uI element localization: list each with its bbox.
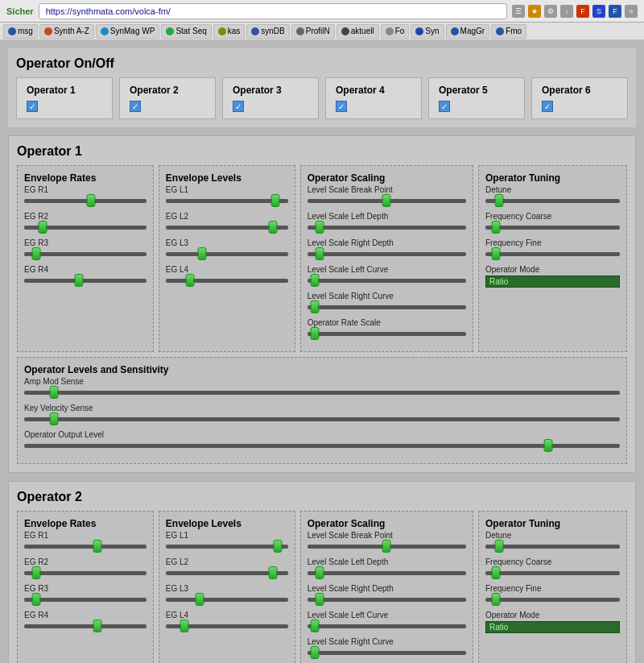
op1-er-r1-track[interactable] <box>24 196 147 205</box>
onoff-op2-checkbox[interactable] <box>130 101 141 112</box>
op1-sens-ol-label: Operator Output Level <box>24 430 620 439</box>
op1-sensitivity: Operator Levels and Sensitivity Amp Mod … <box>17 357 627 464</box>
bookmark-synth[interactable]: Synth A-Z <box>39 24 94 39</box>
op1-os-rc-row: Level Scale Right Curve <box>308 292 466 312</box>
op2-ot-detune-track[interactable] <box>485 541 620 551</box>
op2-el-l1-track[interactable] <box>166 541 288 551</box>
op2-el-l2-track[interactable] <box>166 568 288 578</box>
op1-os-rs-track[interactable] <box>308 329 466 338</box>
op2-er-r3-track[interactable] <box>24 595 147 604</box>
op1-sens-kv-label: Key Velocity Sense <box>24 404 620 412</box>
op1-ot-ff-track[interactable] <box>485 249 620 259</box>
op1-er-r3-track[interactable] <box>24 249 147 259</box>
op1-os-bp-track[interactable] <box>308 196 466 205</box>
op1-er-r2-row: EG R2 <box>24 212 147 232</box>
op1-ot-fc-track[interactable] <box>485 222 620 232</box>
onoff-op1-label: Operator 1 <box>27 85 102 96</box>
onoff-op5-checkbox[interactable] <box>439 101 450 112</box>
ext3-icon[interactable]: F <box>609 5 621 18</box>
onoff-op6-checkbox[interactable] <box>542 101 553 112</box>
op1-el-l1-track[interactable] <box>166 196 288 205</box>
op2-er-r1-track[interactable] <box>24 541 147 551</box>
bookmark-syndb[interactable]: synDB <box>246 24 289 39</box>
op1-os-rs-label: Operator Rate Scale <box>308 318 466 327</box>
bookmark-syn[interactable]: Syn <box>411 24 444 39</box>
op2-os-lc-track[interactable] <box>308 621 466 631</box>
op1-os-ld-track[interactable] <box>308 222 466 232</box>
op2-mode-select[interactable]: Ratio Fixed <box>485 621 620 633</box>
op2-title: Operator 2 <box>17 490 627 504</box>
op1-el-title: Envelope Levels <box>166 172 288 184</box>
star-icon[interactable]: ★ <box>528 5 541 18</box>
bookmark-synmag[interactable]: SynMag WP <box>96 24 160 39</box>
op2-os-lc-row: Level Scale Left Curve <box>308 611 466 631</box>
op2-os-ld-track[interactable] <box>308 568 466 578</box>
ext2-icon[interactable]: S <box>592 5 605 18</box>
menu-icon[interactable]: ☰ <box>512 5 525 18</box>
op1-sens-amp-track[interactable] <box>24 387 620 397</box>
op1-sens-title: Operator Levels and Sensitivity <box>24 364 620 375</box>
url-bar[interactable]: https://synthmata.com/volca-fm/ <box>39 3 507 19</box>
op2-os-rc-label: Level Scale Right Curve <box>308 637 466 646</box>
op1-el-l3-track[interactable] <box>166 249 288 259</box>
onoff-op5: Operator 5 <box>428 77 525 119</box>
op2-ot-fc-label: Frequency Coarse <box>485 557 620 566</box>
op1-sens-kv-track[interactable] <box>24 414 620 424</box>
bookmark-msg[interactable]: msg <box>3 24 38 39</box>
op1-ot-mode-row: Operator Mode Ratio Fixed <box>485 265 620 288</box>
bookmark-fmo[interactable]: Fmo <box>491 24 526 39</box>
op2-os-bp-label: Level Scale Break Point <box>308 531 466 540</box>
op2-os-rc-row: Level Scale Right Curve <box>308 637 466 657</box>
op2-er-r2-track[interactable] <box>24 568 147 578</box>
op1-er-r4-track[interactable] <box>24 276 147 285</box>
bookmark-maggr[interactable]: MagGr <box>446 24 490 39</box>
operator2-section: Operator 2 Envelope Rates EG R1 EG R2 <box>8 481 636 663</box>
ext1-icon[interactable]: F <box>576 5 589 18</box>
op2-ot-title: Operator Tuning <box>485 518 620 529</box>
bookmark-profiln[interactable]: ProfilN <box>291 24 335 39</box>
bookmark-kas[interactable]: kas <box>213 24 246 39</box>
download-icon[interactable]: ↓ <box>560 5 573 18</box>
more-icon[interactable]: » <box>625 5 638 18</box>
bookmark-fo[interactable]: Fo <box>381 24 410 39</box>
op1-er-r2-track[interactable] <box>24 222 147 232</box>
bookmarks-bar: msg Synth A-Z SynMag WP Stat Seq kas syn… <box>0 23 644 40</box>
onoff-op4-checkbox[interactable] <box>336 101 347 112</box>
op1-os-rd-track[interactable] <box>308 249 466 259</box>
main-content: Operator On/Off Operator 1 Operator 2 Op… <box>0 40 644 663</box>
op1-sens-ol-row: Operator Output Level <box>24 430 620 450</box>
op1-sens-ol-track[interactable] <box>24 441 620 450</box>
op2-el-l4-track[interactable] <box>166 621 288 631</box>
op1-panels: Envelope Rates EG R1 EG R2 EG R3 <box>17 165 627 352</box>
onoff-op1-checkbox[interactable] <box>27 101 38 112</box>
op1-os-lc-track[interactable] <box>308 276 466 285</box>
op1-ot-ff-row: Frequency Fine <box>485 238 620 259</box>
op1-el-l4-track[interactable] <box>166 276 288 285</box>
op1-er-title: Envelope Rates <box>24 172 147 184</box>
op2-ot-fc-track[interactable] <box>485 568 620 578</box>
bookmark-statseq[interactable]: Stat Seq <box>161 24 211 39</box>
op2-os-rd-track[interactable] <box>308 595 466 604</box>
op1-el-l2-track[interactable] <box>166 222 288 232</box>
onoff-op2-label: Operator 2 <box>130 85 205 96</box>
op2-os-bp-track[interactable] <box>308 541 466 551</box>
op1-mode-select[interactable]: Ratio Fixed <box>485 276 620 288</box>
op2-el-l3-track[interactable] <box>166 595 288 604</box>
op1-os-rc-track[interactable] <box>308 302 466 312</box>
op2-os-rc-track[interactable] <box>308 648 466 657</box>
op2-el-l4-label: EG L4 <box>166 611 288 619</box>
onoff-op3: Operator 3 <box>222 77 319 119</box>
secure-label: Sicher <box>6 6 34 16</box>
op1-os-lc-row: Level Scale Left Curve <box>308 265 466 285</box>
op1-ot-detune-track[interactable] <box>485 196 620 205</box>
op2-ot-ff-track[interactable] <box>485 595 620 604</box>
op1-operator-tuning: Operator Tuning Detune Frequency Coarse … <box>478 165 627 352</box>
op2-er-r2-row: EG R2 <box>24 557 147 578</box>
op1-os-rc-label: Level Scale Right Curve <box>308 292 466 300</box>
onoff-op4-label: Operator 4 <box>336 85 411 96</box>
onoff-op3-checkbox[interactable] <box>233 101 244 112</box>
bookmark-aktuell[interactable]: aktuell <box>336 24 379 39</box>
settings-icon[interactable]: ⚙ <box>544 5 557 18</box>
op1-ot-title: Operator Tuning <box>485 172 620 184</box>
op2-er-r4-track[interactable] <box>24 621 147 631</box>
